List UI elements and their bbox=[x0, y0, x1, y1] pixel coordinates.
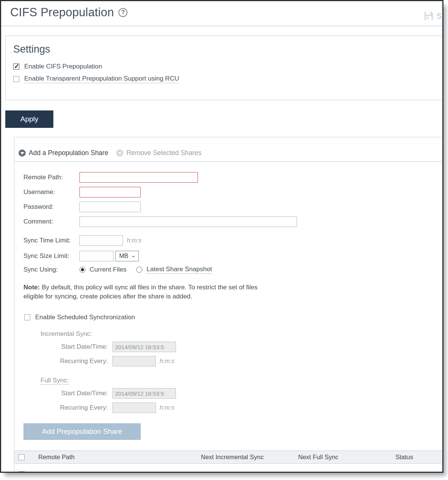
sync-size-unit-select[interactable]: MB ⌄ bbox=[115, 251, 139, 261]
incremental-start-label: Start Date/Time: bbox=[40, 343, 112, 351]
enable-cifs-prepopulation-row: Enable CIFS Prepopulation bbox=[13, 63, 443, 70]
page-header: CIFS Prepopulation? S bbox=[1, 1, 442, 26]
sync-time-limit-label: Sync Time Limit: bbox=[23, 237, 79, 244]
sync-using-label: Sync Using: bbox=[23, 266, 79, 273]
row-checkbox-cell bbox=[14, 471, 38, 473]
password-label: Password: bbox=[23, 203, 79, 211]
full-start-label: Start Date/Time: bbox=[40, 390, 112, 397]
row-remote-path[interactable]: \\qasamba.nbttech.com\main\qa\lib bbox=[45, 471, 142, 473]
password-input[interactable] bbox=[79, 202, 141, 212]
enable-scheduled-sync-row: Enable Scheduled Synchronization bbox=[24, 314, 443, 321]
full-sync-heading-text[interactable]: Full Sync: bbox=[40, 377, 69, 385]
sync-size-limit-input[interactable] bbox=[79, 251, 114, 261]
incremental-recurring-label: Recurring Every: bbox=[40, 357, 112, 365]
enable-transparent-prepopulation-row: Enable Transparent Prepopulation Support… bbox=[13, 75, 443, 83]
add-share-form: Remote Path: Username: Password: Comment… bbox=[14, 162, 443, 440]
column-next-incremental-sync[interactable]: Next Incremental Sync bbox=[201, 454, 298, 461]
username-label: Username: bbox=[23, 188, 79, 196]
incremental-recurring-row: Recurring Every: h:m:s bbox=[40, 356, 443, 367]
chevron-down-icon bbox=[20, 152, 24, 155]
sync-using-current-files-radio[interactable] bbox=[79, 267, 86, 273]
sync-size-limit-row: Sync Size Limit: MB ⌄ bbox=[23, 251, 443, 261]
page-title: CIFS Prepopulation? bbox=[10, 6, 128, 19]
prepopulation-shares-panel: Add a Prepopulation Share ✕ Remove Selec… bbox=[14, 137, 443, 473]
full-start-input[interactable] bbox=[112, 388, 176, 399]
add-prepopulation-share-toggle-label: Add a Prepopulation Share bbox=[29, 149, 108, 157]
remove-selected-shares-button[interactable]: ✕ Remove Selected Shares bbox=[116, 149, 201, 157]
full-start-row: Start Date/Time: bbox=[40, 388, 443, 399]
row-status: Share idle bbox=[395, 471, 443, 473]
incremental-start-input[interactable] bbox=[112, 342, 176, 352]
x-icon: ✕ bbox=[118, 151, 122, 155]
username-input[interactable] bbox=[79, 187, 141, 197]
remote-path-label: Remote Path: bbox=[23, 174, 79, 181]
remote-path-row: Remote Path: bbox=[23, 172, 443, 183]
enable-scheduled-sync-checkbox[interactable] bbox=[24, 314, 30, 320]
settings-panel: Settings Enable CIFS Prepopulation Enabl… bbox=[5, 36, 443, 100]
save-label: S bbox=[437, 12, 442, 20]
save-disk-icon bbox=[423, 10, 434, 22]
policy-note: Note: By default, this policy will sync … bbox=[23, 283, 268, 301]
enable-transparent-prepopulation-checkbox[interactable] bbox=[13, 76, 19, 82]
full-recurring-label: Recurring Every: bbox=[40, 404, 112, 412]
comment-label: Comment: bbox=[23, 218, 79, 225]
select-all-checkbox[interactable] bbox=[19, 454, 25, 460]
row-next-full-sync: 9/12/2014 9:51:14 PM bbox=[298, 471, 395, 473]
incremental-sync-heading: Incremental Sync: bbox=[40, 330, 443, 338]
shares-table: Remote Path Next Incremental Sync Next F… bbox=[14, 450, 443, 473]
select-all-cell bbox=[14, 454, 38, 460]
row-remote-path-cell: \\qasamba.nbttech.com\main\qa\lib bbox=[38, 471, 201, 473]
sync-using-current-files-label: Current Files bbox=[90, 266, 126, 273]
full-recurring-row: Recurring Every: h:m:s bbox=[40, 402, 443, 413]
expand-row-icon[interactable] bbox=[38, 472, 41, 473]
enable-cifs-prepopulation-checkbox[interactable] bbox=[13, 64, 19, 70]
policy-note-text: By default, this policy will sync all fi… bbox=[23, 284, 258, 300]
comment-row: Comment: bbox=[23, 216, 443, 227]
full-sync-heading: Full Sync: bbox=[40, 377, 443, 384]
remove-selected-shares-label: Remove Selected Shares bbox=[126, 149, 201, 157]
add-prepopulation-share-button[interactable]: Add Prepopulation Share bbox=[23, 423, 141, 440]
sync-using-row: Sync Using: Current Files Latest Share S… bbox=[23, 266, 443, 274]
table-header-row: Remote Path Next Incremental Sync Next F… bbox=[14, 450, 443, 464]
full-recurring-format-hint: h:m:s bbox=[160, 404, 174, 411]
comment-input[interactable] bbox=[79, 216, 297, 227]
schedule-section: Incremental Sync: Start Date/Time: Recur… bbox=[40, 330, 443, 413]
remove-circle-x-icon: ✕ bbox=[116, 149, 123, 157]
incremental-start-row: Start Date/Time: bbox=[40, 342, 443, 352]
remote-path-input[interactable] bbox=[79, 172, 198, 183]
sync-using-latest-snapshot-radio[interactable] bbox=[136, 267, 142, 273]
collapse-circle-icon bbox=[19, 149, 26, 157]
sync-time-limit-input[interactable] bbox=[79, 235, 123, 246]
sync-time-limit-format-hint: h:m:s bbox=[127, 237, 142, 244]
sync-size-limit-label: Sync Size Limit: bbox=[23, 252, 79, 260]
settings-heading: Settings bbox=[13, 43, 443, 55]
enable-scheduled-sync-label: Enable Scheduled Synchronization bbox=[35, 314, 135, 321]
save-button[interactable]: S bbox=[423, 10, 442, 22]
enable-cifs-prepopulation-label: Enable CIFS Prepopulation bbox=[24, 63, 102, 70]
select-chevron-icon: ⌄ bbox=[131, 252, 136, 259]
username-row: Username: bbox=[23, 187, 443, 197]
column-status[interactable]: Status bbox=[395, 454, 443, 461]
incremental-recurring-input[interactable] bbox=[112, 356, 156, 367]
page-title-text: CIFS Prepopulation bbox=[10, 6, 114, 19]
policy-note-prefix: Note: bbox=[23, 284, 40, 291]
apply-button[interactable]: Apply bbox=[5, 110, 53, 128]
app-window: CIFS Prepopulation? S Settings Enable CI… bbox=[0, 0, 443, 473]
sync-size-unit-value: MB bbox=[119, 253, 128, 259]
full-recurring-input[interactable] bbox=[112, 402, 156, 413]
row-checkbox[interactable] bbox=[19, 471, 25, 473]
incremental-recurring-format-hint: h:m:s bbox=[160, 358, 174, 365]
shares-toolbar: Add a Prepopulation Share ✕ Remove Selec… bbox=[14, 137, 443, 162]
column-next-full-sync[interactable]: Next Full Sync bbox=[298, 454, 395, 461]
password-row: Password: bbox=[23, 202, 443, 212]
add-prepopulation-share-toggle[interactable]: Add a Prepopulation Share bbox=[19, 149, 108, 157]
help-icon[interactable]: ? bbox=[118, 8, 128, 17]
table-row: \\qasamba.nbttech.com\main\qa\lib 9/12/2… bbox=[14, 464, 443, 473]
sync-using-latest-snapshot-label[interactable]: Latest Share Snapshot bbox=[146, 266, 212, 274]
sync-time-limit-row: Sync Time Limit: h:m:s bbox=[23, 235, 443, 246]
row-next-incremental-sync: 9/12/2014 9:51:14 PM bbox=[201, 471, 298, 473]
enable-transparent-prepopulation-label[interactable]: Enable Transparent Prepopulation Support… bbox=[24, 75, 179, 83]
column-remote-path[interactable]: Remote Path bbox=[38, 454, 201, 461]
